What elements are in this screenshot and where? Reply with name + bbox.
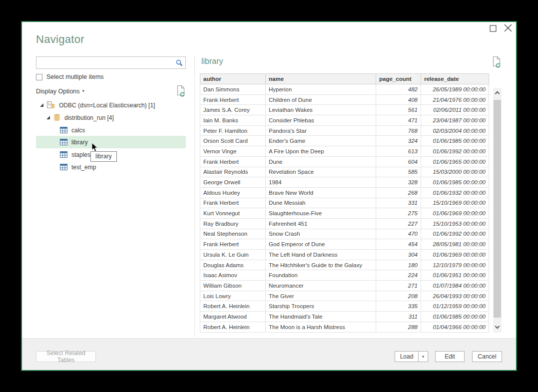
refresh-icon[interactable] [176, 85, 186, 99]
tree-item-odbc-source[interactable]: ODBC (dsn=Local Elasticsearch) [1] [36, 99, 186, 111]
scrollbar-thumb[interactable] [494, 100, 501, 318]
table-cell-page_count: 311 [376, 312, 421, 322]
select-multiple-checkbox[interactable] [36, 74, 42, 80]
expand-triangle-icon[interactable] [40, 103, 43, 107]
refresh-preview-icon[interactable] [492, 56, 502, 70]
table-cell-name: 1984 [266, 177, 376, 188]
database-icon [53, 114, 60, 121]
column-header-release-date: release_date [421, 74, 489, 84]
table-cell-release_date: 01/06/1985 00:00:00 [421, 177, 489, 188]
preview-table-body: Dan SimmonsHyperion48226/05/1989 00:00:0… [200, 84, 489, 333]
tree-item-calcs[interactable]: calcs [36, 124, 186, 136]
table-cell-author: Iain M. Banks [200, 115, 266, 126]
table-cell-release_date: 02/06/2011 00:00:00 [421, 105, 489, 115]
table-cell-page_count: 613 [376, 146, 421, 157]
load-button[interactable]: Load [395, 351, 419, 362]
preview-table: author name page_count release_date Dan … [200, 73, 489, 333]
table-cell-author: Aldous Huxley [200, 187, 266, 198]
search-input[interactable] [36, 57, 172, 68]
table-row: Iain M. BanksConsider Phlebas47123/04/19… [200, 115, 489, 126]
table-cell-release_date: 01/06/1985 00:00:00 [421, 136, 489, 146]
table-cell-name: Hyperion [266, 84, 376, 95]
tree-item-label: distribution_run [4] [64, 114, 114, 121]
tree-item-label: test_emp [71, 164, 96, 171]
table-cell-release_date: 01/06/1969 00:00:00 [421, 208, 489, 219]
table-cell-release_date: 01/06/1985 00:00:00 [421, 312, 489, 322]
table-cell-author: George Orwell [200, 177, 266, 188]
select-related-tables-button[interactable]: Select Related Tables [36, 351, 96, 362]
table-row: Neal StephensonSnow Crash47001/06/1992 0… [200, 229, 489, 239]
search-icon[interactable] [176, 59, 183, 68]
table-cell-page_count: 408 [376, 94, 421, 105]
table-cell-page_count: 604 [376, 156, 421, 167]
table-row: Dan SimmonsHyperion48226/05/1989 00:00:0… [200, 84, 489, 95]
table-cell-page_count: 482 [376, 84, 421, 95]
tree-item-label: staples [71, 151, 90, 158]
table-cell-release_date: 01/04/1966 00:00:00 [421, 322, 489, 332]
table-row: Vernor VingeA Fire Upon the Deep61301/06… [200, 146, 489, 157]
search-box [36, 56, 186, 69]
table-cell-name: Dune Messiah [266, 198, 376, 208]
tree-item-test-emp[interactable]: test_emp [36, 161, 186, 173]
tree-item-distribution-run[interactable]: distribution_run [4] [36, 111, 186, 124]
table-cell-author: Isaac Asimov [200, 270, 266, 281]
footer-bar: Select Related Tables Load ▾ Edit Cancel [22, 338, 516, 370]
table-cell-page_count: 768 [376, 125, 421, 136]
table-cell-release_date: 12/10/1979 00:00:00 [421, 260, 489, 270]
maximize-icon[interactable] [490, 25, 497, 32]
table-cell-release_date: 26/05/1989 00:00:00 [421, 84, 489, 95]
tree-item-library[interactable]: library [36, 136, 186, 148]
preview-title: library [201, 57, 223, 66]
odbc-source-icon [47, 101, 55, 109]
table-row: Kurt VonnegutSlaughterhouse-Five27501/06… [200, 208, 489, 219]
table-cell-name: Slaughterhouse-Five [266, 208, 376, 219]
edit-button[interactable]: Edit [435, 351, 465, 362]
table-cell-name: The Hitchhiker's Guide to the Galaxy [266, 260, 376, 270]
cancel-button[interactable]: Cancel [472, 351, 502, 362]
table-cell-name: Children of Dune [266, 94, 376, 105]
table-cell-release_date: 01/06/1951 00:00:00 [421, 270, 489, 281]
table-cell-page_count: 224 [376, 270, 421, 281]
table-cell-page_count: 561 [376, 105, 421, 115]
table-row: Douglas AdamsThe Hitchhiker's Guide to t… [200, 260, 489, 270]
table-row: Margaret AtwoodThe Handmaid's Tale31101/… [200, 312, 489, 322]
table-cell-author: Robert A. Heinlein [200, 322, 266, 332]
table-cell-page_count: 335 [376, 301, 421, 312]
preview-scrollbar[interactable] [493, 88, 502, 333]
select-multiple-label: Select multiple items [46, 73, 104, 80]
scroll-up-icon[interactable] [493, 88, 502, 98]
table-cell-name: Snow Crash [266, 229, 376, 239]
table-cell-author: Lois Lowry [200, 291, 266, 301]
table-row: Frank HerbertDune Messiah33115/10/1969 0… [200, 198, 489, 208]
tree-item-label: calcs [71, 127, 85, 134]
table-row: James S.A. CoreyLeviathan Wakes56102/06/… [200, 105, 489, 115]
navigator-dialog: Navigator Select multiple items Display … [21, 21, 517, 371]
table-row: Isaac AsimovFoundation22401/06/1951 00:0… [200, 270, 489, 281]
table-cell-name: The Left Hand of Darkness [266, 250, 376, 260]
table-row: George Orwell198432801/06/1985 00:00:00 [200, 177, 489, 188]
expand-triangle-icon[interactable] [46, 116, 50, 119]
display-options-dropdown[interactable]: Display Options▾ [36, 86, 84, 95]
close-icon[interactable] [504, 23, 513, 32]
table-cell-release_date: 02/03/2004 00:00:00 [421, 125, 489, 136]
table-cell-release_date: 26/04/1993 00:00:00 [421, 291, 489, 301]
table-cell-page_count: 304 [376, 250, 421, 260]
scroll-down-icon[interactable] [493, 323, 502, 333]
table-cell-release_date: 15/10/1953 00:00:00 [421, 218, 489, 229]
table-cell-author: Douglas Adams [200, 260, 266, 270]
table-cell-release_date: 01/06/1992 00:00:00 [421, 146, 489, 157]
table-cell-name: Ender's Game [266, 136, 376, 146]
table-cell-page_count: 227 [376, 218, 421, 229]
table-cell-author: Robert A. Heinlein [200, 301, 266, 312]
table-cell-author: Ray Bradbury [200, 218, 266, 229]
table-cell-page_count: 470 [376, 229, 421, 239]
display-options-label: Display Options [36, 88, 80, 95]
load-dropdown-button[interactable]: ▾ [418, 351, 428, 362]
table-cell-author: Frank Herbert [200, 156, 266, 167]
table-cell-author: Dan Simmons [200, 84, 266, 95]
table-row: Alastair ReynoldsRevelation Space58515/0… [200, 167, 489, 177]
table-cell-author: Frank Herbert [200, 239, 266, 250]
table-cell-author: Kurt Vonnegut [200, 208, 266, 219]
table-row: Peter F. HamiltonPandora's Star76802/03/… [200, 125, 489, 136]
page-title: Navigator [36, 33, 84, 46]
